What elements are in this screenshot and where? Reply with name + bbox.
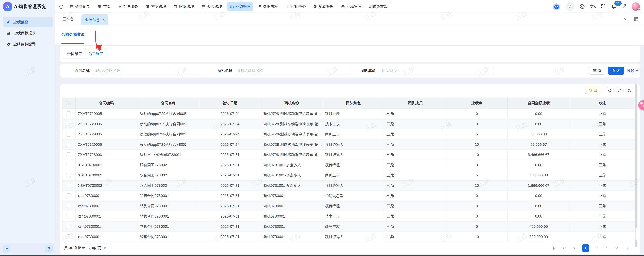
cell-合同金额业绩: 0.00 [508, 191, 570, 201]
cell-签订日期: 2026-07-24 [199, 140, 261, 150]
reset-button[interactable]: 重 置 [589, 67, 605, 75]
nav-item-业绩管理[interactable]: 业绩管理 [227, 2, 253, 12]
tab-workbench[interactable]: 工作台 [62, 13, 74, 25]
cell-合同名称: 双合同工073002 [138, 170, 199, 180]
last-page-button[interactable]: ›| [624, 245, 631, 251]
cell-团队角色: 技术主攻 [323, 211, 384, 221]
vertical-scrollbar-thumb-end[interactable] [635, 239, 637, 247]
refresh-icon[interactable] [59, 4, 64, 10]
toggle-contract-dimension[interactable]: 合同维度 [64, 49, 85, 59]
prev-page-button[interactable]: ‹ [572, 245, 578, 251]
vertical-scrollbar-thumb[interactable] [635, 84, 637, 228]
table-refresh-icon[interactable] [606, 87, 614, 94]
team-member-label: 团队成员 [360, 64, 376, 78]
select-all-checkbox[interactable] [66, 101, 71, 105]
nav-item-会议纪要[interactable]: ▤会议纪要 [67, 2, 93, 12]
row-checkbox[interactable] [66, 193, 71, 198]
row-checkbox[interactable] [66, 234, 71, 239]
row-checkbox[interactable] [66, 183, 71, 188]
chevron-down-icon[interactable] [623, 17, 628, 22]
row-checkbox[interactable] [66, 152, 71, 157]
next-page-button[interactable]: › [603, 245, 610, 251]
row-checkbox[interactable] [66, 132, 71, 137]
search-button[interactable]: 查 询 [608, 67, 624, 75]
jump-back-button[interactable]: ‹‹ [561, 245, 568, 251]
cell-商机名称: 商机0728-测试移动端申请表单-销售合... [261, 150, 323, 160]
column-header-团队成员: 团队成员 [384, 97, 446, 109]
tab-contract-amount-performance[interactable]: 合同金额业绩 [62, 25, 84, 44]
cell-状态: 正常 [570, 170, 636, 180]
notifications-bell-icon[interactable]: 11 [611, 4, 616, 10]
nav-item-测试微前端[interactable]: 测试微前端 [366, 2, 390, 12]
sidebar-item-performance-info[interactable]: 业绩信息 [3, 17, 53, 27]
nav-item-回款管理[interactable]: ▥回款管理 [171, 2, 197, 12]
export-button[interactable]: 导 出 [585, 87, 601, 94]
contract-name-input[interactable] [91, 66, 207, 75]
settings-gear-icon[interactable] [579, 4, 585, 10]
cell-状态: 正常 [570, 150, 636, 160]
nav-item-方案管理[interactable]: ▣方案管理 [143, 2, 169, 12]
row-checkbox[interactable] [66, 204, 71, 208]
nav-item-label: 数据看板 [263, 4, 278, 9]
nav-item-label: 客户服务 [123, 4, 138, 9]
ai-assistant-icon[interactable] [552, 3, 561, 11]
toggle-employee-dimension[interactable]: 员工维度 [85, 49, 106, 59]
cell-状态: 正常 [570, 201, 636, 211]
sidebar-item-target-report[interactable]: 业绩目标报表 [3, 28, 53, 38]
nav-item-首页[interactable]: ▦首页 [95, 2, 114, 12]
jump-forward-button[interactable]: ›› [614, 245, 620, 251]
cell-状态: 正常 [570, 232, 636, 242]
user-avatar[interactable] [632, 2, 640, 11]
sidebar-collapse-button[interactable]: « [3, 245, 10, 252]
row-checkbox[interactable] [66, 173, 71, 178]
cell-商机名称: 商机0728-测试移动端申请表单-销售合... [261, 119, 323, 129]
cell-业绩点: 10 [446, 140, 508, 150]
solution-icon: ▣ [146, 5, 150, 9]
page-size-select[interactable]: 20条/页 [84, 244, 111, 252]
nav-item-配置管理[interactable]: ⚙配置管理 [311, 2, 336, 12]
collapse-filters-link[interactable]: 收起 [627, 64, 639, 78]
nav-item-客户服务[interactable]: ◈客户服务 [116, 2, 140, 12]
cell-商机名称: 商机0728-测试移动端申请表单-销售合... [261, 129, 323, 139]
cell-合同编码: XSHT0730002 [76, 180, 138, 191]
first-page-button[interactable]: |‹ [551, 245, 557, 251]
edit-pencil-icon [6, 42, 11, 47]
tab-performance-info[interactable]: 业绩信息 × [81, 15, 108, 25]
column-settings-icon[interactable] [626, 87, 633, 94]
nav-item-审批中心[interactable]: ☑审批中心 [283, 2, 308, 12]
row-checkbox[interactable] [66, 142, 71, 147]
area-chart-icon [6, 31, 11, 36]
cell-业绩点: 10 [446, 232, 508, 242]
row-checkbox[interactable] [66, 163, 71, 167]
row-checkbox[interactable] [66, 214, 71, 219]
fullscreen-icon[interactable] [601, 4, 606, 10]
cell-商机名称: 商机0730001 [261, 191, 323, 201]
page-1-button[interactable]: 1 [582, 244, 589, 252]
tab-bar: 工作台 业绩信息 × [56, 13, 644, 25]
team-member-input[interactable] [378, 66, 494, 75]
row-checkbox[interactable] [66, 224, 71, 229]
cell-合同金额业绩: 1,666,666.67 [508, 180, 570, 191]
tab-layout-icon[interactable] [634, 17, 639, 22]
nav-item-label: 配置管理 [319, 4, 334, 9]
table-fullscreen-icon[interactable] [616, 87, 624, 94]
tab-close-icon[interactable]: × [102, 18, 105, 22]
translate-icon[interactable]: 文A [590, 4, 596, 9]
row-checkbox[interactable] [66, 122, 71, 126]
sidebar-pin-button[interactable] [45, 245, 53, 252]
wrench-icon[interactable] [621, 4, 627, 10]
sidebar-item-target-config[interactable]: 业绩目标配置 [3, 39, 53, 49]
cell-签订日期: 2025-07-31 [199, 170, 261, 180]
page-2-button[interactable]: 2 [593, 245, 600, 251]
bonus-icon: ▤ [202, 5, 206, 9]
opportunity-name-input[interactable] [234, 66, 350, 75]
cell-团队成员: 三鼎 [384, 211, 446, 221]
cell-团队角色: 技术主攻 [323, 119, 384, 129]
nav-item-数据看板[interactable]: ⊞数据看板 [256, 2, 281, 12]
search-icon[interactable] [566, 2, 575, 11]
nav-item-产品管理[interactable]: ◎产品管理 [338, 2, 364, 12]
row-checkbox[interactable] [66, 111, 71, 116]
cell-合同编码: ZXHT0729005 [76, 140, 138, 150]
nav-item-奖金管理[interactable]: ▤奖金管理 [199, 2, 225, 12]
nav-item-label: 首页 [103, 4, 111, 9]
